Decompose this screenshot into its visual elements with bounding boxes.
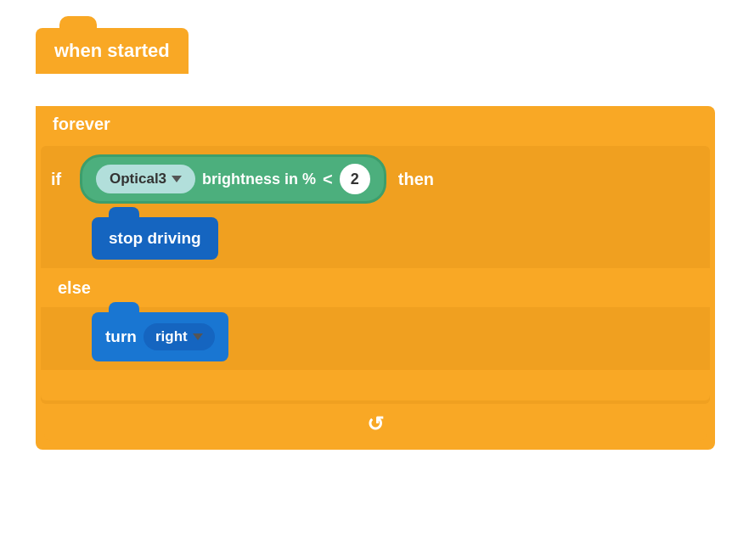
- value-circle: 2: [340, 164, 370, 194]
- direction-arrow-icon: [193, 333, 203, 340]
- then-body: stop driving: [92, 212, 710, 265]
- value-label: 2: [351, 171, 359, 188]
- direction-dropdown[interactable]: right: [144, 323, 215, 350]
- else-body: turn right: [92, 307, 710, 367]
- else-bar: else: [41, 268, 710, 307]
- brightness-text: brightness in %: [202, 171, 316, 188]
- stop-driving-block[interactable]: stop driving: [92, 217, 218, 260]
- condition-pill: Optical3 brightness in % < 2: [80, 154, 386, 204]
- if-label: if: [51, 170, 71, 189]
- turn-block[interactable]: turn right: [92, 312, 228, 361]
- operator-label: <: [323, 170, 333, 189]
- when-started-label: when started: [54, 40, 170, 61]
- if-row: if Optical3 brightness in % < 2: [41, 146, 710, 212]
- if-close-bar: [41, 370, 710, 400]
- then-label: then: [398, 170, 434, 189]
- forever-block: forever if Optical3 brightness in % <: [36, 106, 715, 450]
- stop-driving-label: stop driving: [109, 229, 201, 247]
- blocks-container: when started forever if Optical3 brightn…: [22, 21, 718, 547]
- when-started-block: when started: [36, 28, 189, 74]
- optical3-arrow-icon: [172, 176, 182, 182]
- direction-label: right: [155, 328, 188, 345]
- if-block: if Optical3 brightness in % < 2: [41, 146, 710, 404]
- optical3-dropdown[interactable]: Optical3: [96, 165, 195, 193]
- forever-label: forever: [36, 106, 715, 143]
- loop-arrow-icon: ↺: [367, 412, 384, 436]
- forever-end: ↺: [44, 407, 707, 441]
- turn-label: turn: [105, 328, 137, 346]
- optical3-label: Optical3: [110, 171, 166, 188]
- else-label: else: [58, 278, 91, 298]
